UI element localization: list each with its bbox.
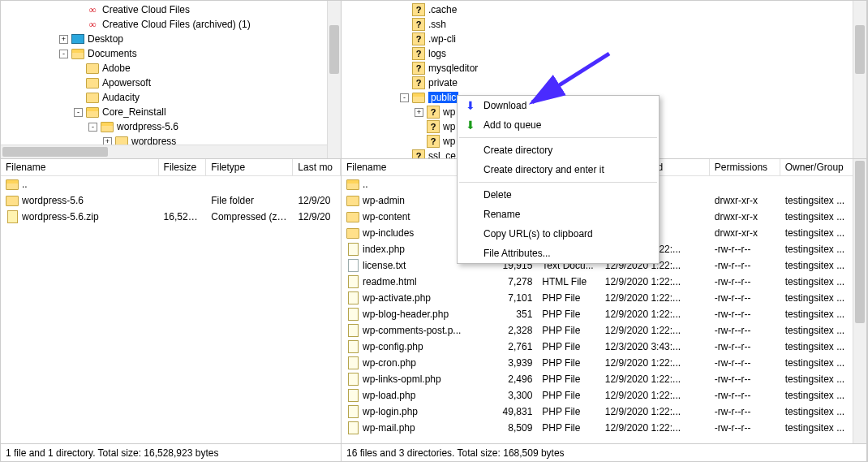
file-name: wp-activate.php xyxy=(363,292,431,304)
tree-node[interactable]: .wp-cli xyxy=(342,32,866,46)
file-cell: -rw-r--r-- xyxy=(710,389,780,402)
tree-node[interactable]: Creative Cloud Files xyxy=(1,2,341,17)
menu-add-to-queue[interactable]: ⬇ Add to queue xyxy=(458,115,659,135)
tree-node[interactable]: +Desktop xyxy=(1,32,341,46)
menu-separator xyxy=(459,182,657,183)
tree-label[interactable]: logs xyxy=(428,48,446,59)
tree-node[interactable]: Apowersoft xyxy=(1,76,341,90)
file-row[interactable]: wordpress-5.6.zip16,528,923Compressed (z… xyxy=(1,209,341,225)
menu-create-directory[interactable]: Create directory xyxy=(458,140,659,160)
tree-node[interactable]: Audacity xyxy=(1,90,341,105)
file-cell: 12/9/2020 1:22:... xyxy=(600,308,710,321)
file-cell: 12/9/2020 1:22:... xyxy=(600,356,710,369)
tree-label[interactable]: Desktop xyxy=(88,33,123,45)
file-cell: 2,761 xyxy=(490,340,537,353)
file-cell: 7,278 xyxy=(490,275,537,288)
tree-label[interactable]: .wp-cli xyxy=(428,33,456,45)
menu-create-directory-enter[interactable]: Create directory and enter it xyxy=(458,160,659,179)
menu-rename[interactable]: Rename xyxy=(458,205,659,224)
tree-label[interactable]: Documents xyxy=(88,48,137,59)
file-name: wp-blog-header.php xyxy=(363,309,449,320)
collapse-icon[interactable]: - xyxy=(74,108,83,117)
menu-copy-url[interactable]: Copy URL(s) to clipboard xyxy=(458,224,659,244)
file-name: wp-content xyxy=(363,211,410,222)
menu-file-attributes[interactable]: File Attributes... xyxy=(458,244,659,263)
tree-label[interactable]: .ssh xyxy=(428,19,446,30)
file-cell: PHP File xyxy=(537,356,599,369)
file-cell: -rw-r--r-- xyxy=(710,324,780,337)
file-cell: PHP File xyxy=(537,324,599,337)
col-filetype[interactable]: Filetype xyxy=(206,159,293,175)
twister-none xyxy=(74,93,83,102)
tree-label[interactable]: public xyxy=(428,92,458,103)
file-row[interactable]: .. xyxy=(1,176,341,192)
file-row[interactable]: readme.html7,278HTML File12/9/2020 1:22:… xyxy=(342,274,866,290)
tree-node[interactable]: logs xyxy=(342,46,866,61)
tree-label[interactable]: Creative Cloud Files (archived) (1) xyxy=(102,19,251,30)
tree-label[interactable]: mysqleditor xyxy=(428,63,478,74)
scrollbar-horizontal[interactable] xyxy=(1,145,327,158)
tree-node[interactable]: mysqleditor xyxy=(342,61,866,76)
tree-node[interactable]: Creative Cloud Files (archived) (1) xyxy=(1,17,341,32)
tree-label[interactable]: ssl_ce xyxy=(428,150,456,159)
tree-label[interactable]: wp xyxy=(443,121,455,132)
collapse-icon[interactable]: - xyxy=(400,93,409,102)
context-menu[interactable]: ⬇ Download ⬇ Add to queue Create directo… xyxy=(457,95,660,264)
menu-addqueue-label: Add to queue xyxy=(483,119,541,131)
collapse-icon[interactable]: - xyxy=(59,50,68,58)
col-permissions[interactable]: Permissions xyxy=(710,159,780,175)
tree-label[interactable]: wp xyxy=(443,136,455,147)
tree-label[interactable]: wp xyxy=(443,106,455,118)
file-cell: -rw-r--r-- xyxy=(710,340,780,353)
col-filename[interactable]: Filename xyxy=(1,159,159,175)
file-row[interactable]: wp-comments-post.p...2,328PHP File12/9/2… xyxy=(342,322,866,339)
tree-node[interactable]: private xyxy=(342,76,866,90)
expand-icon[interactable]: + xyxy=(59,35,68,44)
tree-label[interactable]: .cache xyxy=(428,4,457,15)
tree-node[interactable]: -Documents xyxy=(1,46,341,61)
col-filesize[interactable]: Filesize xyxy=(159,159,207,175)
zip-icon xyxy=(6,210,19,223)
scrollbar-vertical[interactable] xyxy=(853,1,866,158)
tree-label[interactable]: Creative Cloud Files xyxy=(102,4,190,15)
tree-label[interactable]: wordpress-5.6 xyxy=(117,121,178,132)
scrollbar-vertical[interactable] xyxy=(853,159,866,443)
tree-label[interactable]: Adobe xyxy=(102,63,131,74)
tree-node[interactable]: .cache xyxy=(342,2,866,17)
tree-node[interactable]: -wordpress-5.6 xyxy=(1,119,341,134)
menu-download[interactable]: ⬇ Download xyxy=(458,96,659,115)
scrollbar-vertical[interactable] xyxy=(327,1,341,158)
file-row[interactable]: wp-mail.php8,509PHP File12/9/2020 1:22:.… xyxy=(342,420,866,436)
file-cell: 12/9/2020 1:22:... xyxy=(600,389,710,402)
tree-label[interactable]: Core_Reinstall xyxy=(102,106,166,118)
expand-icon[interactable]: + xyxy=(415,108,423,117)
local-file-header[interactable]: Filename Filesize Filetype Last mo xyxy=(1,159,341,176)
tree-node[interactable]: -Core_Reinstall xyxy=(1,105,341,119)
file-row[interactable]: wp-activate.php7,101PHP File12/9/2020 1:… xyxy=(342,290,866,306)
file-row[interactable]: wp-login.php49,831PHP File12/9/2020 1:22… xyxy=(342,404,866,420)
menu-delete[interactable]: Delete xyxy=(458,185,659,205)
blank-icon xyxy=(464,144,477,157)
local-file-pane[interactable]: Filename Filesize Filetype Last mo ..wor… xyxy=(1,159,341,443)
tree-node[interactable]: Adobe xyxy=(1,61,341,76)
folder-icon xyxy=(86,62,99,75)
local-tree-pane[interactable]: Creative Cloud FilesCreative Cloud Files… xyxy=(1,1,341,159)
file-row[interactable]: wp-config.php2,761PHP File12/3/2020 3:43… xyxy=(342,339,866,355)
menu-fileattr-label: File Attributes... xyxy=(483,248,551,259)
file-row[interactable]: wp-blog-header.php351PHP File12/9/2020 1… xyxy=(342,306,866,322)
file-row[interactable]: wp-load.php3,300PHP File12/9/2020 1:22:.… xyxy=(342,387,866,404)
tree-label[interactable]: private xyxy=(428,77,458,89)
collapse-icon[interactable]: - xyxy=(88,123,97,132)
php-icon xyxy=(346,291,359,304)
col-lastmod[interactable]: Last mo xyxy=(293,159,341,175)
file-row[interactable]: wp-links-opml.php2,496PHP File12/9/2020 … xyxy=(342,371,866,387)
file-row[interactable]: wp-cron.php3,939PHP File12/9/2020 1:22:.… xyxy=(342,355,866,371)
tree-label[interactable]: Audacity xyxy=(102,92,140,103)
file-row[interactable]: wordpress-5.6File folder12/9/20 xyxy=(1,192,341,209)
tree-label[interactable]: Apowersoft xyxy=(102,77,151,89)
file-name: wp-comments-post.p... xyxy=(363,325,461,336)
twister-none xyxy=(74,64,83,73)
file-cell: -rw-r--r-- xyxy=(710,291,780,304)
file-cell: 12/3/2020 3:43:... xyxy=(600,340,710,353)
tree-node[interactable]: .ssh xyxy=(342,17,866,32)
